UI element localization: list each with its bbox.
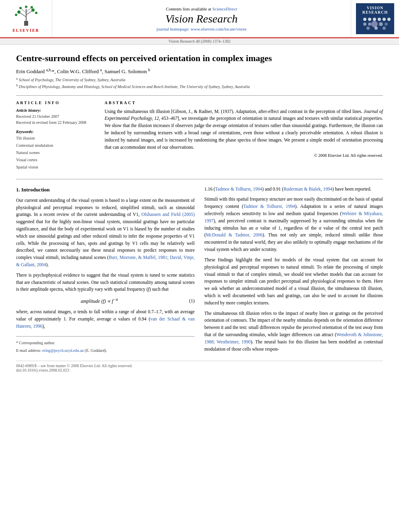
article-info-heading: ARTICLE INFO [16,101,97,105]
intro-section-title: 1. Introduction [16,186,195,194]
right-para-3: These findings highlight the need for mo… [204,257,383,307]
svg-point-16 [378,18,381,21]
copyright-notice: © 2008 Elsevier Ltd. All rights reserved… [105,153,383,158]
keyword-5: Spatial vision [16,164,97,171]
journal-title: Vision Research [165,12,238,25]
right-para-4: The simultaneous tilt illusion refers to… [204,310,383,353]
footnote-star: * Corresponding author. [16,340,195,346]
svg-line-2 [20,13,26,17]
mcdonald-ref[interactable]: McDonald & Tadmor, 2006 [206,232,263,237]
svg-point-14 [368,18,371,21]
svg-point-25 [374,27,378,30]
formula-number: (1) [183,297,195,305]
keyword-2: Contextual modulation [16,142,97,149]
issn-line: 0042-6989/$ – see front matter © 2008 El… [16,364,383,368]
svg-line-4 [21,9,26,13]
journal-badge-section: VISIONRESEARCH [351,0,399,37]
footnote-section: * Corresponding author. E-mail address: … [16,336,195,353]
svg-point-15 [373,18,376,21]
wenderoth-ref[interactable]: Wenderoth & Johnstone, 1988; Westheimer,… [204,332,383,344]
article-info-column: ARTICLE INFO Article history: Received 2… [16,101,97,171]
journal-header-center: Contents lists available at ScienceDirec… [52,0,351,37]
journal-info-bar: Vision Research 48 (2008) 1374–1382 [0,38,399,45]
olshausen-ref[interactable]: Olshausen and Field (2005) [142,212,195,217]
vdschaaf-ref[interactable]: van der Schaaf & van Hateren, 1996 [16,316,195,329]
footnote-email: E-mail address: ering@psych.usyd.edu.au … [16,347,195,354]
svg-point-21 [371,21,378,27]
body-section: 1. Introduction Our current understandin… [16,186,383,356]
email-link[interactable]: ering@psych.usyd.edu.au [42,348,84,353]
formula-line: amplitude (f) ∝ f−α (1) [16,296,195,305]
burr-ref[interactable]: Burr, Morrone, & Maffel, 1981; David, Vi… [16,255,195,267]
elsevier-brand: ELSEVIER [12,28,39,33]
webster-ref[interactable]: Webster & Miyahara, 1997 [204,211,383,223]
keywords-list: Tilt illusion Contextual modulation Natu… [16,135,97,171]
svg-point-20 [368,23,371,26]
svg-point-11 [15,14,17,16]
author-erin: Erin Goddard [16,68,46,74]
received-date-1: Received 21 October 2007 [16,113,97,119]
svg-point-26 [383,27,386,30]
body-left-column: 1. Introduction Our current understandin… [16,186,195,356]
svg-point-24 [366,27,370,30]
svg-line-5 [26,8,31,12]
badge-title-text: VISIONRESEARCH [360,6,390,14]
section-divider [16,179,383,179]
history-label: Article history: [16,108,97,113]
article-info-abstract-section: ARTICLE INFO Article history: Received 2… [16,95,383,171]
affiliation-b: b Disciplines of Physiology, Anatomy and… [16,83,383,89]
formula-text: amplitude (f) ∝ f−α [16,296,183,305]
article-title: Centre-surround effects on perceived ori… [16,53,383,64]
svg-point-17 [383,18,386,21]
svg-point-22 [379,22,383,26]
affiliation-a: a School of Psychology, The University o… [16,76,383,83]
svg-point-18 [387,18,391,21]
svg-rect-0 [24,21,28,26]
elsevier-tree-icon [10,5,42,27]
elsevier-logo-section: ELSEVIER [0,0,52,37]
intro-para-1: Our current understanding of the visual … [16,197,195,269]
authors: Erin Goddard a,b,*, Colin W.G. Clifford … [16,68,383,75]
svg-point-19 [363,23,366,26]
svg-point-13 [363,18,366,21]
keywords-section: Keywords: Tilt illusion Contextual modul… [16,129,97,171]
science-direct-link[interactable]: ScienceDirect [212,6,237,11]
tadmor-ref-2[interactable]: Tadmor & Tolhurst, 1994 [243,204,295,209]
ruderman-ref[interactable]: Ruderman & Bialek, 1994 [284,187,332,191]
contents-link: Contents lists available at ScienceDirec… [166,6,237,11]
page-header: ELSEVIER Contents lists available at Sci… [0,0,399,38]
vision-research-badge: VISIONRESEARCH [356,3,394,34]
keywords-label: Keywords: [16,129,97,134]
affiliations: a School of Psychology, The University o… [16,76,383,90]
svg-point-6 [17,10,21,14]
doi-line: doi:10.1016/j.visres.2008.02.023 [16,368,383,372]
tadmor-ref-1[interactable]: Tadmor & Tolhurst, 1994 [215,187,262,191]
article-history-section: Article history: Received 21 October 200… [16,108,97,125]
body-right-column: 1.16 (Tadmor & Tolhurst, 1994) and 0.91 … [204,186,383,356]
intro-para-2: There is psychophysical evidence to sugg… [16,272,195,293]
svg-point-9 [31,6,33,8]
keyword-4: Visual cortex [16,156,97,164]
journal-homepage: journal homepage: www.elsevier.com/locat… [156,27,247,31]
svg-point-8 [19,7,22,9]
abstract-column: ABSTRACT Using the simultaneous tilt ill… [105,101,383,171]
keyword-1: Tilt illusion [16,135,97,142]
svg-point-12 [35,12,37,14]
svg-point-7 [31,8,35,12]
received-date-2: Received in revised form 22 February 200… [16,119,97,125]
intro-para-3: where, across natural images, α tends to… [16,308,195,330]
abstract-heading: ABSTRACT [105,101,383,105]
right-para-2: Stimuli with this spatial frequency stru… [204,196,383,253]
badge-decoration [360,16,390,32]
svg-point-10 [25,6,27,8]
main-content: Centre-surround effects on perceived ori… [0,45,399,380]
footer-doi: 0042-6989/$ – see front matter © 2008 El… [16,361,383,372]
svg-point-23 [385,23,388,26]
keyword-3: Natural scenes [16,149,97,156]
abstract-text: Using the simultaneous tilt illusion [Gi… [105,108,383,151]
right-para-1: 1.16 (Tadmor & Tolhurst, 1994) and 0.91 … [204,186,383,193]
